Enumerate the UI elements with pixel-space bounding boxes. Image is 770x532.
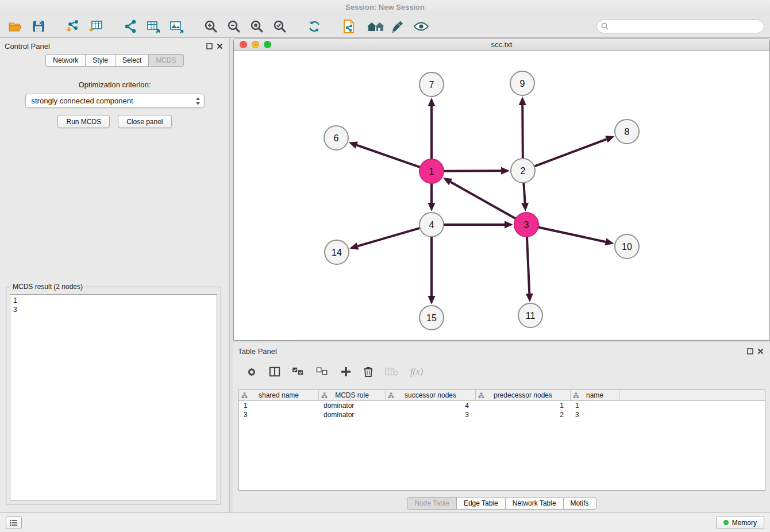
graph-edge[interactable] [526, 237, 533, 302]
graph-edge[interactable] [538, 227, 614, 245]
graph-edge[interactable] [521, 183, 529, 211]
zoom-fit-button[interactable] [247, 17, 267, 36]
svg-text:1: 1 [429, 167, 434, 176]
memory-button[interactable]: Memory [716, 516, 764, 529]
graph-node-8[interactable]: 8 [615, 119, 639, 144]
run-mcds-button[interactable]: Run MCDS [57, 115, 110, 128]
graph-node-4[interactable]: 4 [419, 213, 444, 237]
graph-node-14[interactable]: 14 [325, 240, 349, 264]
optimization-criterion-dropdown[interactable]: strongly connected component [25, 94, 205, 108]
close-panel-action-button[interactable]: Close panel [118, 115, 171, 128]
network-graph[interactable]: 7968124314101511 [234, 51, 769, 340]
tab-node-table[interactable]: Node Table [407, 497, 457, 510]
graph-node-15[interactable]: 15 [419, 306, 444, 330]
mcds-result-item[interactable]: 3 [13, 305, 214, 314]
cell-shared-name[interactable]: 1 [239, 401, 319, 410]
show-columns-button[interactable] [269, 366, 280, 377]
zoom-in-icon [203, 19, 218, 34]
float-panel-button[interactable] [204, 41, 214, 51]
select-all-rows-button[interactable] [292, 367, 305, 377]
table-row[interactable]: 1 dominator 4 1 1 [239, 401, 765, 410]
cell-shared-name[interactable]: 3 [239, 410, 319, 419]
function-builder-button[interactable]: f(x) [410, 367, 423, 377]
refresh-button[interactable] [305, 17, 324, 36]
column-header-successor-nodes[interactable]: successor nodes [386, 390, 476, 400]
cell-name[interactable]: 1 [571, 401, 619, 410]
column-header-shared-name[interactable]: shared name [239, 390, 319, 400]
graph-node-6[interactable]: 6 [324, 126, 348, 150]
cell-name[interactable]: 3 [571, 410, 619, 419]
add-column-button[interactable] [340, 366, 352, 377]
destroy-table-button[interactable] [385, 367, 399, 377]
show-graphics-details-button[interactable] [411, 17, 431, 36]
graph-node-11[interactable]: 11 [518, 303, 542, 327]
cell-mcds-role[interactable]: dominator [319, 410, 386, 419]
table-settings-button[interactable] [246, 366, 257, 377]
save-session-button[interactable] [29, 17, 48, 36]
mcds-result-list[interactable]: 1 3 [10, 294, 217, 500]
graph-edge[interactable] [444, 167, 510, 175]
zoom-selected-button[interactable] [270, 17, 290, 36]
mcds-result-item[interactable]: 1 [13, 296, 214, 305]
graph-node-3[interactable]: 3 [514, 213, 538, 237]
column-header-predecessor-nodes[interactable]: predecessor nodes [476, 390, 571, 400]
graph-edge[interactable] [534, 136, 615, 166]
svg-text:6: 6 [334, 133, 339, 143]
graph-edge[interactable] [519, 97, 526, 159]
table-row[interactable]: 3 dominator 3 2 3 [239, 410, 765, 419]
column-header-mcds-role[interactable]: MCDS role [319, 390, 386, 400]
graph-node-10[interactable]: 10 [615, 234, 639, 259]
import-table-button[interactable] [86, 17, 106, 36]
graph-node-1[interactable]: 1 [419, 159, 444, 183]
new-network-button[interactable] [121, 17, 140, 36]
graph-edge[interactable] [349, 228, 420, 250]
refresh-icon [307, 19, 322, 34]
zoom-out-button[interactable] [224, 17, 244, 36]
delete-column-button[interactable] [363, 366, 374, 377]
tab-select[interactable]: Select [116, 54, 149, 67]
deselect-all-rows-button[interactable] [316, 367, 329, 377]
tab-network[interactable]: Network [45, 54, 86, 67]
save-floppy-icon [31, 19, 46, 34]
svg-text:15: 15 [426, 313, 437, 323]
cell-predecessor-nodes[interactable]: 1 [476, 401, 571, 410]
graph-edge[interactable] [444, 221, 513, 229]
home-network-button[interactable] [365, 17, 385, 36]
graph-edge[interactable] [428, 183, 436, 211]
graph-edge[interactable] [349, 141, 420, 167]
graph-edge[interactable] [428, 237, 436, 304]
tab-style[interactable]: Style [86, 54, 116, 67]
cell-successor-nodes[interactable]: 3 [386, 410, 476, 419]
table-panel: Table Panel [233, 343, 770, 512]
cell-predecessor-nodes[interactable]: 2 [476, 410, 571, 419]
import-table-icon [88, 19, 104, 34]
close-panel-button[interactable] [214, 41, 225, 51]
column-header-filler [619, 390, 765, 400]
tab-motifs[interactable]: Motifs [564, 497, 596, 510]
column-header-name[interactable]: name [571, 390, 619, 400]
import-network-button[interactable] [63, 17, 83, 36]
zoom-in-button[interactable] [201, 17, 221, 36]
show-panels-menu-button[interactable] [6, 516, 22, 529]
graph-node-2[interactable]: 2 [511, 159, 535, 183]
svg-text:10: 10 [622, 242, 632, 252]
graph-node-9[interactable]: 9 [510, 71, 534, 95]
export-image-button[interactable] [167, 17, 186, 36]
graph-edge[interactable] [428, 98, 436, 159]
column-label: shared name [259, 391, 299, 399]
tab-network-table[interactable]: Network Table [506, 497, 564, 510]
export-table-button[interactable] [144, 17, 163, 36]
search-input[interactable] [596, 20, 764, 33]
cell-mcds-role[interactable]: dominator [319, 401, 386, 410]
tab-mcds[interactable]: MCDS [149, 54, 183, 67]
cell-successor-nodes[interactable]: 4 [386, 401, 476, 410]
table-toolbar: f(x) [233, 359, 770, 384]
float-table-panel-button[interactable] [745, 346, 755, 356]
open-session-button[interactable] [6, 17, 25, 36]
copy-network-view-button[interactable] [339, 17, 359, 36]
graph-edge[interactable] [443, 178, 516, 218]
style-brush-button[interactable] [388, 17, 408, 36]
graph-node-7[interactable]: 7 [419, 72, 444, 97]
tab-edge-table[interactable]: Edge Table [457, 497, 506, 510]
close-table-panel-button[interactable] [755, 346, 765, 356]
